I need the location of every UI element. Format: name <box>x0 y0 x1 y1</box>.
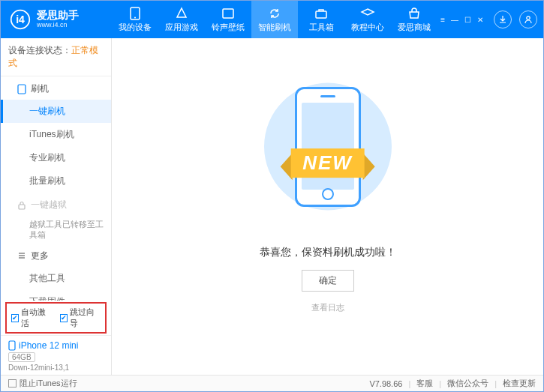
sidebar-item-oneclick-flash[interactable]: 一键刷机 <box>1 100 111 123</box>
footer-update[interactable]: 检查更新 <box>503 378 536 389</box>
sidebar-item-other-tools[interactable]: 其他工具 <box>1 267 111 290</box>
nav-label: 智能刷机 <box>258 22 291 33</box>
nav-label: 铃声壁纸 <box>212 22 245 33</box>
wallpaper-icon <box>221 7 236 20</box>
checkbox-auto-activate[interactable]: ✔ 自动激活 <box>11 307 53 329</box>
device-icon <box>8 340 16 351</box>
group-label: 一键越狱 <box>31 199 67 211</box>
menu-icon[interactable]: ≡ <box>440 16 445 24</box>
device-storage: 64GB <box>8 352 35 362</box>
app-title: 爱思助手 <box>37 10 79 21</box>
sidebar-item-itunes-flash[interactable]: iTunes刷机 <box>1 123 111 146</box>
view-log-link[interactable]: 查看日志 <box>311 302 344 313</box>
checkbox-label: 阻止iTunes运行 <box>20 378 77 389</box>
app-logo-icon: i4 <box>10 9 31 30</box>
nav-toolbox[interactable]: 工具箱 <box>298 1 344 38</box>
more-icon <box>17 251 26 260</box>
group-label: 刷机 <box>31 82 49 95</box>
lock-icon <box>17 201 26 210</box>
sidebar-item-pro-flash[interactable]: 专业刷机 <box>1 146 111 169</box>
sidebar: 设备连接状态：正常模式 刷机 一键刷机 iTunes刷机 专业刷机 批量刷机 一… <box>1 38 112 375</box>
nav-ringtones[interactable]: 铃声壁纸 <box>205 1 251 38</box>
graduation-icon <box>360 7 375 20</box>
svg-point-6 <box>527 16 530 19</box>
download-button[interactable] <box>494 10 512 28</box>
success-message: 恭喜您，保资料刷机成功啦！ <box>260 246 396 259</box>
store-icon <box>407 7 422 20</box>
nav-apps[interactable]: 应用游戏 <box>158 1 205 38</box>
device-name: iPhone 12 mini <box>19 340 78 351</box>
sidebar-group-flash[interactable]: 刷机 <box>1 76 111 100</box>
nav-flash[interactable]: 智能刷机 <box>251 1 298 38</box>
nav-my-device[interactable]: 我的设备 <box>112 1 158 38</box>
nav-label: 应用游戏 <box>165 22 198 33</box>
main-content: NEW 恭喜您，保资料刷机成功啦！ 确定 查看日志 <box>112 38 543 375</box>
download-icon <box>498 15 507 24</box>
sidebar-group-more[interactable]: 更多 <box>1 244 111 267</box>
logo: i4 爱思助手 www.i4.cn <box>1 9 112 30</box>
footer-wechat[interactable]: 微信公众号 <box>447 378 488 389</box>
sidebar-item-download-fw[interactable]: 下载固件 <box>1 290 111 301</box>
nav-label: 工具箱 <box>309 22 334 33</box>
device-model: Down-12mini-13,1 <box>8 364 104 372</box>
refresh-icon <box>267 7 282 20</box>
checkbox-label: 跳过向导 <box>70 307 101 329</box>
checkbox-block-itunes[interactable]: 阻止iTunes运行 <box>8 378 77 389</box>
nav-label: 爱思商城 <box>398 22 431 33</box>
options-row: ✔ 自动激活 ✔ 跳过向导 <box>5 302 107 334</box>
checkbox-icon <box>8 379 17 388</box>
nav-label: 教程中心 <box>351 22 384 33</box>
phone-icon <box>128 7 143 20</box>
checkbox-icon: ✔ <box>60 314 68 322</box>
group-label: 更多 <box>31 250 49 262</box>
svg-rect-9 <box>9 341 15 350</box>
nav-store[interactable]: 爱思商城 <box>391 1 437 38</box>
success-illustration: NEW <box>242 78 414 228</box>
footer-service[interactable]: 客服 <box>416 378 433 389</box>
svg-rect-5 <box>316 11 326 18</box>
jailbreak-note: 越狱工具已转移至工具箱 <box>29 219 104 241</box>
checkbox-icon: ✔ <box>11 314 19 322</box>
status-bar: 阻止iTunes运行 V7.98.66 | 客服 | 微信公众号 | 检查更新 <box>1 375 543 391</box>
toolbox-icon <box>314 7 329 20</box>
nav-tutorials[interactable]: 教程中心 <box>344 1 391 38</box>
title-bar: i4 爱思助手 www.i4.cn 我的设备 应用游戏 铃声壁纸 智能刷机 工具… <box>1 1 543 38</box>
top-nav: 我的设备 应用游戏 铃声壁纸 智能刷机 工具箱 教程中心 爱思商城 <box>112 1 437 38</box>
svg-rect-7 <box>18 85 26 94</box>
phone-small-icon <box>17 84 26 94</box>
svg-rect-8 <box>19 205 25 209</box>
ok-button[interactable]: 确定 <box>302 270 354 292</box>
svg-point-3 <box>134 16 136 18</box>
ribbon-text: NEW <box>290 148 365 178</box>
user-button[interactable] <box>519 10 537 28</box>
close-icon[interactable]: ✕ <box>477 16 483 24</box>
checkbox-skip-setup[interactable]: ✔ 跳过向导 <box>60 307 101 329</box>
minimize-icon[interactable]: — <box>451 16 458 24</box>
window-controls: ≡ — ☐ ✕ <box>440 13 483 25</box>
sidebar-item-batch-flash[interactable]: 批量刷机 <box>1 169 111 193</box>
device-info[interactable]: iPhone 12 mini 64GB Down-12mini-13,1 <box>1 335 111 375</box>
connection-status: 设备连接状态：正常模式 <box>1 38 111 76</box>
nav-label: 我的设备 <box>119 22 152 33</box>
checkbox-label: 自动激活 <box>21 307 52 329</box>
version-label: V7.98.66 <box>369 379 402 388</box>
status-label: 设备连接状态： <box>8 45 71 55</box>
app-subtitle: www.i4.cn <box>37 22 79 29</box>
svg-text:i4: i4 <box>16 13 25 25</box>
user-icon <box>524 15 533 24</box>
sidebar-group-jailbreak: 一键越狱 <box>1 193 111 216</box>
maximize-icon[interactable]: ☐ <box>464 16 471 24</box>
svg-rect-4 <box>223 9 233 18</box>
apps-icon <box>174 7 189 20</box>
